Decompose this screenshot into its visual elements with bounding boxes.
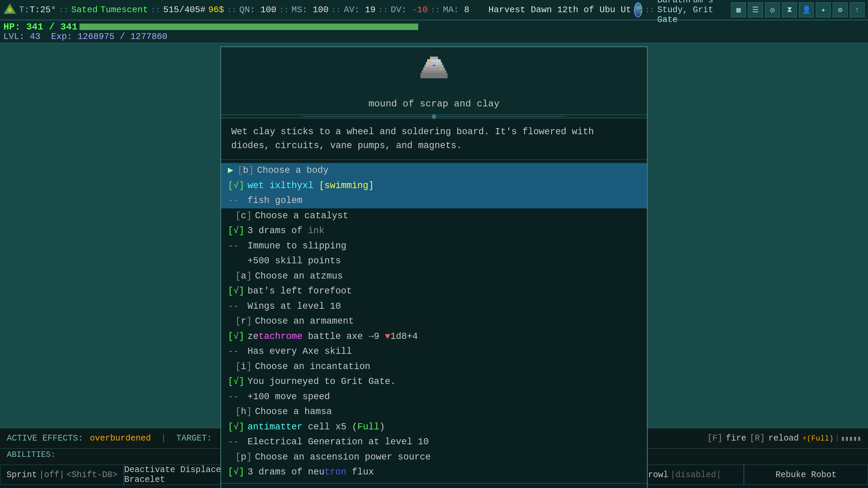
- check-a-1: [√]: [228, 284, 245, 298]
- menu-row-r-header[interactable]: [r] Choose an armament: [221, 314, 647, 329]
- ms-display: MS: 100: [292, 5, 329, 15]
- dialog-content[interactable]: ▶ [b] Choose a body [√] wet ixlthyxl [sw…: [221, 160, 647, 483]
- dialog-footer: | [Esc] Cancel |: [221, 483, 647, 488]
- divider-5: ::: [331, 5, 341, 15]
- atzmus-item-2: Wings at level 10: [248, 300, 341, 313]
- svg-rect-9: [429, 61, 431, 62]
- sated-status: Sated: [71, 5, 98, 15]
- ma-display: MA: 8: [443, 5, 469, 15]
- dash-r-2: --: [228, 345, 245, 359]
- menu-row-i-item1[interactable]: [√] You journeyed to Grit Gate.: [221, 374, 647, 389]
- catalyst-header: Choose a catalyst: [255, 209, 348, 223]
- ammo-icon: ▮▮▮▮▮: [841, 434, 861, 443]
- divider-8: ::: [645, 5, 655, 15]
- inventory-icon[interactable]: ☰: [748, 2, 763, 17]
- hamsa-item-1: antimatter cell x5 (Full): [248, 420, 385, 434]
- dash-c-2: --: [228, 239, 245, 253]
- check-r-1: [√]: [228, 330, 245, 344]
- menu-row-a-item1[interactable]: [√] bat's left forefoot: [221, 284, 647, 299]
- ability-sprint[interactable]: Sprint |off| <Shift-D8>: [0, 465, 124, 485]
- gold-display: 96$: [208, 5, 224, 15]
- ammo-indicator: ⚡(Full) | ▮▮▮▮▮: [802, 434, 861, 443]
- search-icon[interactable]: ◎: [765, 2, 780, 17]
- divider-6: ::: [378, 5, 388, 15]
- dv-display: DV: -10: [391, 5, 428, 15]
- svg-rect-11: [433, 65, 435, 66]
- menu-row-c-item1[interactable]: [√] 3 drams of ink: [221, 223, 647, 239]
- qn-display: QN: 100: [239, 5, 276, 15]
- time-display: T:T:25°: [19, 5, 56, 15]
- catalyst-item-3: +500 skill points: [248, 254, 341, 268]
- dash-a-2: --: [228, 300, 245, 313]
- body-item-1: wet ixlthyxl [swimming]: [248, 179, 374, 193]
- date-display: Harvest Dawn 12th of Ubu Ut: [488, 5, 631, 15]
- catalyst-item-1: 3 drams of ink: [248, 224, 324, 238]
- menu-row-h-header[interactable]: [h] Choose a hamsa: [221, 404, 647, 420]
- armament-header: Choose an armament: [255, 314, 354, 328]
- target-label: TARGET:: [176, 433, 212, 443]
- divider-2: ::: [151, 5, 161, 15]
- menu-row-i-item2: -- +100 move speed: [221, 389, 647, 405]
- menu-row-c-header[interactable]: [c] Choose a catalyst: [221, 208, 647, 224]
- divider-4: ::: [279, 5, 289, 15]
- ability-rebuke-robot[interactable]: Rebuke Robot: [744, 465, 868, 485]
- menu-row-p-item1[interactable]: [√] 3 drams of neutron flux: [221, 465, 647, 480]
- check-h-1: [√]: [228, 420, 245, 434]
- reload-text: reload: [768, 433, 799, 443]
- creature-sprite: [420, 54, 448, 81]
- incantation-header: Choose an incantation: [255, 360, 370, 374]
- extra-icon[interactable]: ↑: [850, 2, 865, 17]
- menu-row-i-header[interactable]: [i] Choose an incantation: [221, 359, 647, 374]
- armament-item-2: Has every Axe skill: [248, 345, 352, 359]
- key-i: [i]: [235, 360, 252, 374]
- hp-bar: [79, 23, 418, 30]
- character-icon[interactable]: 👤: [799, 2, 814, 17]
- incantation-item-1: You journeyed to Grit Gate.: [248, 375, 396, 389]
- skills-icon[interactable]: ✦: [816, 2, 831, 17]
- menu-row-b-item2[interactable]: -- fish golem: [221, 193, 647, 208]
- clock-icon[interactable]: ⧗: [782, 2, 797, 17]
- status-sep: |: [161, 433, 166, 443]
- menu-row-p-header[interactable]: [p] Choose an ascension power source: [221, 450, 647, 465]
- menu-row-b-header[interactable]: ▶ [b] Choose a body: [221, 163, 647, 178]
- active-effects-label: ACTIVE EFFECTS:: [7, 433, 83, 443]
- divider-7: ::: [431, 5, 440, 15]
- divider-3: ::: [227, 5, 237, 15]
- svg-point-1: [8, 8, 12, 12]
- fire-text: fire: [726, 433, 746, 443]
- svg-rect-8: [420, 73, 448, 78]
- menu-row-r-item1[interactable]: [√] zetachrome battle axe →9 ♥1d8+4: [221, 329, 647, 344]
- power-item-1: 3 drams of neutron flux: [248, 465, 374, 479]
- hp-bar-fill: [80, 24, 418, 30]
- menu-row-h-item1[interactable]: [√] antimatter cell x5 (Full): [221, 420, 647, 435]
- dialog-box: mound of scrap and clay Wet clay sticks …: [220, 46, 648, 488]
- tumescent-status: Tumescent: [100, 5, 148, 15]
- atzmus-item-1: bat's left forefoot: [248, 284, 352, 298]
- dash-b-2: --: [228, 194, 245, 208]
- divider-1: ::: [59, 5, 68, 15]
- globe-icon[interactable]: [634, 2, 642, 17]
- minimap-icon[interactable]: ▦: [731, 2, 746, 17]
- svg-rect-2: [430, 57, 438, 59]
- dash-h-2: --: [228, 435, 245, 449]
- incantation-item-2: +100 move speed: [248, 390, 330, 404]
- options-icon[interactable]: ⚙: [833, 2, 848, 17]
- check-i-1: [√]: [228, 375, 245, 389]
- check-c-1: [√]: [228, 224, 245, 238]
- dash-i-2: --: [228, 390, 245, 404]
- av-display: AV: 19: [344, 5, 376, 15]
- key-p: [p]: [235, 450, 252, 464]
- catalyst-item-2: Immune to slipping: [248, 239, 347, 253]
- check-p-1: [√]: [228, 465, 245, 479]
- menu-row-r-item2: -- Has every Axe skill: [221, 344, 647, 359]
- location-display: Barathrum's Study, Grit Gate: [657, 0, 728, 25]
- menu-row-b-item1[interactable]: [√] wet ixlthyxl [swimming]: [221, 178, 647, 194]
- svg-rect-4: [426, 62, 442, 65]
- key-r: [r]: [235, 314, 252, 328]
- armament-item-1: zetachrome battle axe →9 ♥1d8+4: [248, 330, 418, 344]
- active-effect: overburdened: [90, 433, 151, 443]
- game-logo: [3, 3, 16, 17]
- dialog-header: mound of scrap and clay: [221, 47, 647, 115]
- exp-display: LVL: 43 Exp: 1268975 / 1277860: [3, 32, 167, 42]
- menu-row-a-header[interactable]: [a] Choose an atzmus: [221, 269, 647, 284]
